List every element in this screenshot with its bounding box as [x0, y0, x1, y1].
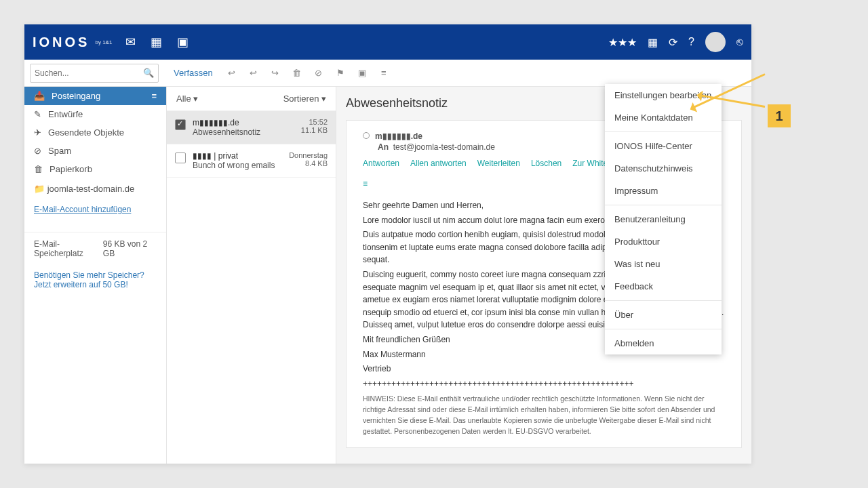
apps-grid-icon[interactable]: ▦	[648, 36, 658, 49]
folder-spam[interactable]: ⊘Spam	[24, 142, 166, 160]
mail-icon[interactable]: ✉	[125, 35, 136, 49]
top-right-icons: ★★★ ▦ ⟳ ? ⎋	[608, 32, 743, 52]
mail-item[interactable]: ▮▮▮▮ | privatBunch of wrong emailsDonner…	[167, 144, 336, 178]
disclaimer: HINWEIS: Diese E-Mail enthält vertraulic…	[363, 394, 725, 436]
sort-dropdown[interactable]: Sortieren ▾	[283, 94, 326, 104]
folder-icon: ✎	[34, 109, 41, 119]
action-more-icon[interactable]: ≡	[363, 179, 368, 188]
storage-info: E-Mail-Speicherplatz 96 KB von 2 GB	[24, 232, 166, 265]
folder-icon: 📥	[34, 91, 45, 101]
folder-gesendete objekte[interactable]: ✈Gesendete Objekte	[24, 123, 166, 142]
folder-label: Papierkorb	[50, 164, 92, 174]
menu-impressum[interactable]: Impressum	[605, 180, 722, 202]
to-label: An	[378, 142, 389, 152]
logout-icon[interactable]: ⎋	[736, 36, 743, 48]
folder-icon: ✈	[34, 127, 41, 138]
folder-label: Gesendete Objekte	[48, 127, 124, 138]
sidebar: 📥Posteingang≡✎Entwürfe✈Gesendete Objekte…	[24, 87, 167, 464]
mail-size: 11.1 KB	[301, 126, 328, 134]
menu-datenschutzhinweis[interactable]: Datenschutzhinweis	[605, 157, 722, 180]
mail-time: 15:52	[301, 118, 328, 126]
body-line: ++++++++++++++++++++++++++++++++++++++++…	[363, 378, 725, 390]
menu-produkttour[interactable]: Produkttour	[605, 230, 722, 253]
brand-sub: by 1&1	[95, 39, 112, 45]
folder-posteingang[interactable]: 📥Posteingang≡	[24, 87, 166, 105]
folder-menu-icon[interactable]: ≡	[151, 91, 157, 101]
calendar-icon[interactable]: ▦	[151, 35, 162, 49]
delete-icon[interactable]: 🗑	[288, 68, 307, 78]
folder-label: Entwürfe	[48, 109, 83, 119]
folder-icon: 🗑	[34, 164, 43, 174]
mail-time: Donnerstag	[289, 151, 328, 159]
refresh-icon[interactable]: ⟳	[669, 36, 677, 49]
mail-item[interactable]: m▮▮▮▮▮▮.deAbwesenheitsnotiz15:5211.1 KB	[167, 111, 336, 144]
folder-papierkorb[interactable]: 🗑Papierkorb	[24, 160, 166, 178]
menu-ionos-hilfe-center[interactable]: IONOS Hilfe-Center	[605, 135, 722, 157]
top-left-icons: ✉ ▦ ▣	[125, 35, 189, 49]
filter-dropdown[interactable]: Alle ▾	[176, 94, 198, 104]
action-weiterleiten[interactable]: Weiterleiten	[477, 159, 520, 168]
folder-icon: ⊘	[34, 146, 41, 156]
topbar: IONOS by 1&1 ✉ ▦ ▣ ★★★ ▦ ⟳ ? ⎋	[24, 24, 751, 60]
compose-button[interactable]: Verfassen	[167, 64, 220, 82]
menu-meine-kontaktdaten[interactable]: Meine Kontaktdaten	[605, 106, 722, 129]
action-allen-antworten[interactable]: Allen antworten	[410, 159, 467, 168]
account-folder[interactable]: 📁 joomla-test-domain.de	[24, 178, 166, 199]
action-löschen[interactable]: Löschen	[531, 159, 561, 168]
reply-icon[interactable]: ↩	[222, 68, 241, 78]
folder-entwürfe[interactable]: ✎Entwürfe	[24, 105, 166, 123]
read-status-icon[interactable]	[363, 132, 370, 139]
brand-logo: IONOS	[33, 35, 90, 50]
mail-subject: Bunch of wrong emails	[193, 161, 282, 170]
action-antworten[interactable]: Antworten	[363, 159, 399, 168]
search-icon[interactable]: 🔍	[143, 68, 154, 78]
storage-value: 96 KB von 2 GB	[103, 239, 157, 258]
from-value: m▮▮▮▮▮▮.de	[375, 131, 422, 141]
menu-feedback[interactable]: Feedback	[605, 275, 722, 298]
more-icon[interactable]: ≡	[374, 68, 393, 78]
reply-all-icon[interactable]: ↩	[244, 68, 263, 78]
menu-was-ist-neu[interactable]: Was ist neu	[605, 253, 722, 275]
to-value: test@joomla-test-domain.de	[393, 142, 495, 152]
mail-size: 8.4 KB	[289, 159, 328, 167]
mail-from: m▮▮▮▮▮▮.de	[193, 118, 294, 127]
toolbar: 🔍 Verfassen ↩ ↩ ↪ 🗑 ⊘ ⚑ ▣ ≡	[24, 60, 751, 87]
contacts-icon[interactable]: ▣	[177, 35, 189, 49]
add-account-link[interactable]: E-Mail-Account hinzufügen	[24, 199, 166, 220]
bookmark-icon[interactable]: ⚑	[331, 68, 350, 78]
forward-icon[interactable]: ↪	[266, 68, 285, 78]
folder-label: Posteingang	[52, 91, 100, 101]
menu-über[interactable]: Über	[605, 304, 722, 326]
archive-icon[interactable]: ▣	[353, 68, 372, 78]
storage-label: E-Mail-Speicherplatz	[34, 239, 103, 258]
mail-subject: Abwesenheitsnotiz	[193, 127, 294, 137]
menu-abmelden[interactable]: Abmelden	[605, 332, 722, 354]
mail-list: Alle ▾ Sortieren ▾ m▮▮▮▮▮▮.deAbwesenheit…	[167, 87, 336, 464]
spam-icon[interactable]: ⊘	[309, 68, 328, 78]
mail-from: ▮▮▮▮ | privat	[193, 151, 282, 161]
annotation-badge: 1	[768, 104, 791, 127]
user-menu: Einstellungen bearbeitenMeine Kontaktdat…	[605, 84, 722, 354]
help-icon[interactable]: ?	[688, 36, 694, 48]
avatar[interactable]	[705, 32, 726, 52]
menu-benutzeranleitung[interactable]: Benutzeranleitung	[605, 208, 722, 230]
stars-icon[interactable]: ★★★	[608, 36, 637, 49]
search-input[interactable]	[35, 68, 143, 78]
search-box[interactable]: 🔍	[30, 64, 159, 83]
mail-checkbox[interactable]	[175, 152, 186, 163]
mail-checkbox[interactable]	[175, 119, 186, 130]
body-line: Vertrieb	[363, 363, 725, 375]
storage-promo[interactable]: Benötigen Sie mehr Speicher? Jetzt erwei…	[24, 265, 166, 295]
folder-label: Spam	[48, 146, 71, 156]
